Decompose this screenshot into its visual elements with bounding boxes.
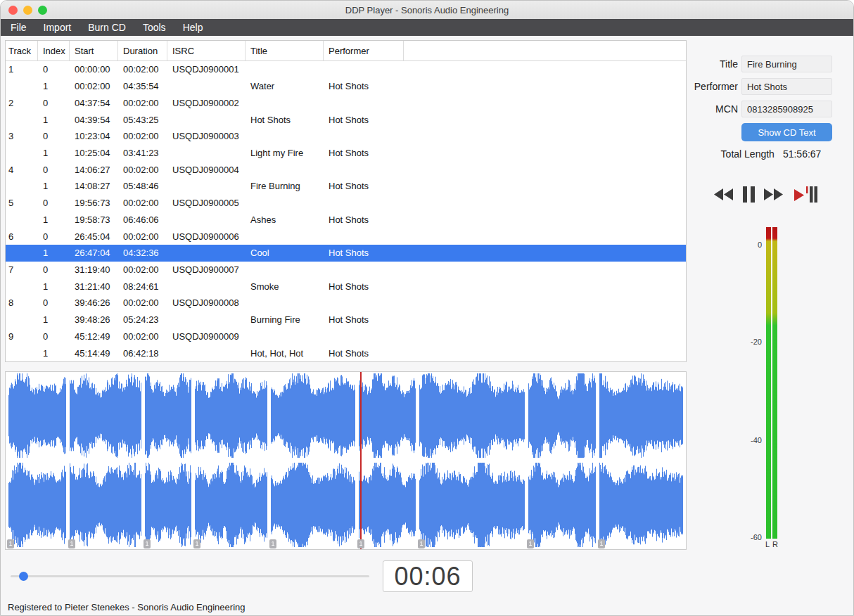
rewind-button[interactable] — [714, 188, 734, 200]
cell-track: 3 — [6, 131, 38, 141]
table-row[interactable]: 6026:45:0400:02:00USQDJ0900006 — [6, 228, 686, 245]
zoom-button[interactable] — [38, 6, 47, 15]
table-row[interactable]: 3010:23:0400:02:00USQDJ0900003 — [6, 128, 686, 145]
column-header-isrc[interactable]: ISRC — [167, 41, 246, 60]
table-row[interactable]: 110:25:0403:41:23Light my FireHot Shots — [6, 145, 686, 162]
pause-button[interactable] — [743, 186, 755, 203]
fast-forward-icon — [764, 188, 784, 200]
fast-forward-button[interactable] — [764, 188, 784, 200]
track-index-marker[interactable]: 1 — [144, 539, 151, 548]
close-button[interactable] — [8, 6, 18, 15]
play-to-marker-button[interactable] — [793, 185, 817, 204]
mcn-input[interactable] — [741, 101, 832, 117]
cell-track: 8 — [6, 297, 38, 308]
column-header-duration[interactable]: Duration — [118, 41, 167, 60]
cell-title: Hot, Hot, Hot — [246, 348, 324, 359]
track-index-marker[interactable]: 1 — [598, 539, 605, 548]
table-row-selected[interactable]: 126:47:0404:32:36CoolHot Shots — [6, 245, 686, 262]
cell-performer: Hot Shots — [324, 181, 404, 191]
meter-scale-label: -60 — [738, 533, 762, 541]
cell-start: 19:56:73 — [70, 198, 118, 208]
table-row[interactable]: 4014:06:2700:02:00USQDJ0900004 — [6, 161, 686, 178]
cell-duration: 08:24:61 — [118, 281, 167, 292]
column-header-performer[interactable]: Performer — [324, 41, 404, 60]
track-index-marker[interactable]: 1 — [193, 539, 200, 548]
window-title: DDP Player - Sonoris Audio Engineering — [345, 5, 509, 15]
cell-isrc: USQDJ0900004 — [167, 165, 246, 175]
slider-track[interactable] — [11, 575, 369, 577]
cell-index: 1 — [38, 181, 70, 191]
menu-item-tools[interactable]: Tools — [134, 19, 174, 36]
table-row[interactable]: 7031:19:4000:02:00USQDJ0900007 — [6, 262, 686, 278]
column-header-title[interactable]: Title — [246, 41, 324, 60]
table-row[interactable]: 131:21:4008:24:61SmokeHot Shots — [6, 278, 686, 295]
table-row[interactable]: 8039:46:2600:02:00USQDJ0900008 — [6, 295, 686, 312]
cell-isrc: USQDJ0900002 — [167, 98, 246, 108]
track-index-marker[interactable]: 1 — [68, 539, 75, 548]
cell-index: 1 — [38, 214, 70, 225]
meter-scale-label: 0 — [738, 240, 762, 249]
cell-duration: 06:42:18 — [118, 348, 167, 359]
slider-thumb[interactable] — [19, 572, 28, 581]
track-index-marker[interactable]: 1 — [7, 539, 14, 548]
cell-duration: 00:02:00 — [118, 198, 167, 208]
cell-index: 1 — [38, 81, 70, 91]
table-row[interactable]: 5019:56:7300:02:00USQDJ0900005 — [6, 195, 686, 212]
menu-bar: FileImportBurn CDToolsHelp — [1, 19, 853, 36]
cell-start: 31:21:40 — [70, 281, 118, 292]
cell-index: 0 — [38, 331, 70, 342]
performer-field-row: Performer — [687, 78, 832, 95]
title-bar: DDP Player - Sonoris Audio Engineering — [1, 1, 853, 19]
cell-start: 00:02:00 — [70, 81, 118, 91]
time-display: 00:06 — [383, 560, 473, 592]
table-row[interactable]: 145:14:4906:42:18Hot, Hot, HotHot Shots — [6, 345, 686, 361]
table-row[interactable]: 100:02:0004:35:54WaterHot Shots — [6, 78, 686, 95]
table-row[interactable]: 9045:12:4900:02:00USQDJ0900009 — [6, 328, 686, 345]
table-row[interactable]: 2004:37:5400:02:00USQDJ0900002 — [6, 94, 686, 111]
table-row[interactable]: 114:08:2705:48:46Fire BurningHot Shots — [6, 178, 686, 195]
track-index-marker[interactable]: 1 — [418, 539, 425, 548]
show-cd-text-button[interactable]: Show CD Text — [741, 123, 832, 141]
track-index-marker[interactable]: 1 — [527, 539, 534, 548]
cell-index: 1 — [38, 348, 70, 359]
column-header-index[interactable]: Index — [38, 41, 70, 60]
track-index-marker[interactable]: 1 — [357, 539, 364, 548]
column-header-track[interactable]: Track — [6, 41, 38, 60]
cell-isrc: USQDJ0900006 — [167, 231, 246, 242]
total-length-row: Total Length 51:56:67 — [710, 148, 832, 160]
playhead — [360, 372, 362, 549]
level-meter-left — [766, 227, 771, 539]
title-input[interactable] — [741, 56, 832, 72]
cell-index: 0 — [38, 198, 70, 208]
table-row[interactable]: 104:39:5405:43:25Hot ShotsHot Shots — [6, 111, 686, 128]
table-row[interactable]: 1000:00:0000:02:00USQDJ0900001 — [6, 61, 686, 78]
column-header-start[interactable]: Start — [70, 41, 118, 60]
waveform-display[interactable] — [6, 372, 686, 549]
cell-performer: Hot Shots — [324, 281, 404, 292]
cell-isrc: USQDJ0900003 — [167, 131, 246, 141]
cell-duration: 05:43:25 — [118, 115, 167, 125]
cell-performer: Hot Shots — [324, 115, 404, 125]
table-header: TrackIndexStartDurationISRCTitlePerforme… — [6, 41, 686, 61]
table-row[interactable]: 139:48:2605:24:23Burning FireHot Shots — [6, 312, 686, 328]
table-row[interactable]: 119:58:7306:46:06AshesHot Shots — [6, 211, 686, 228]
rewind-icon — [714, 188, 734, 200]
track-index-marker[interactable]: 1 — [269, 539, 276, 548]
total-length-value: 51:56:67 — [783, 148, 822, 160]
menu-item-help[interactable]: Help — [174, 19, 212, 36]
menu-item-file[interactable]: File — [2, 19, 35, 36]
cell-index: 1 — [38, 248, 70, 258]
cell-duration: 06:46:06 — [118, 214, 167, 225]
menu-item-burn-cd[interactable]: Burn CD — [79, 19, 134, 36]
cell-start: 14:06:27 — [70, 165, 118, 175]
mcn-label: MCN — [687, 103, 738, 115]
cell-start: 31:19:40 — [70, 264, 118, 275]
cell-index: 0 — [38, 264, 70, 275]
cell-start: 10:23:04 — [70, 131, 118, 141]
minimize-button[interactable] — [23, 6, 32, 15]
performer-input[interactable] — [741, 78, 832, 95]
title-field-row: Title — [687, 56, 832, 72]
menu-item-import[interactable]: Import — [35, 19, 80, 36]
cell-track: 6 — [6, 231, 38, 242]
cell-track: 2 — [6, 98, 38, 108]
